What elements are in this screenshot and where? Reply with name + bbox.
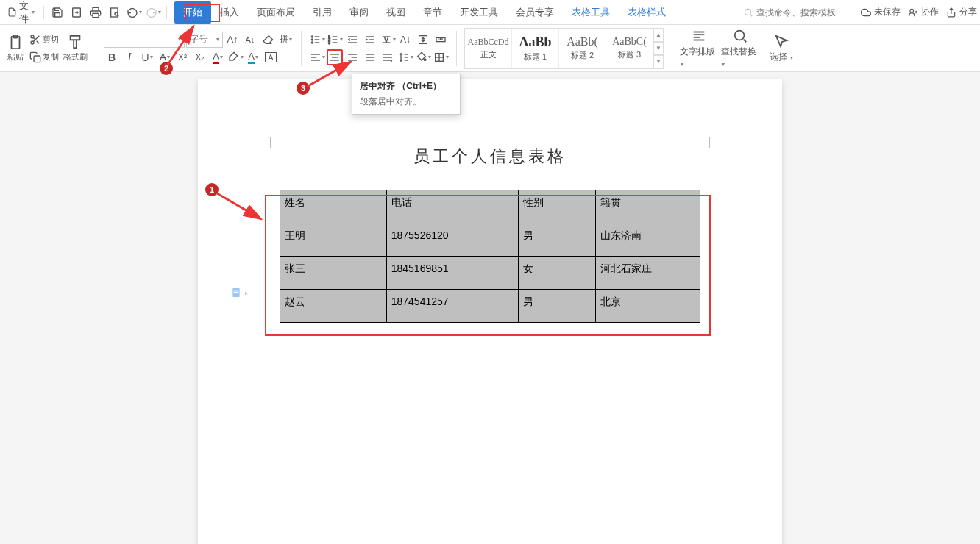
underline-button[interactable]: U▾ <box>139 49 155 65</box>
increase-indent-button[interactable] <box>362 32 378 48</box>
table-cell[interactable]: 男 <box>519 223 596 257</box>
select-button[interactable]: 选择 ▾ <box>762 33 800 63</box>
search-input[interactable] <box>756 7 845 18</box>
tab-table-style[interactable]: 表格样式 <box>619 1 675 24</box>
decrease-font-icon: A↓ <box>246 35 255 44</box>
tab-view[interactable]: 视图 <box>377 1 414 24</box>
line-space-select[interactable]: ▾ <box>397 49 413 65</box>
line-space-icon <box>398 51 410 63</box>
asian-layout-button[interactable]: ▾ <box>380 32 396 48</box>
cut-button[interactable]: 剪切 <box>29 32 59 48</box>
table-cell[interactable]: 王明 <box>280 223 387 257</box>
char-border-button[interactable]: A <box>263 49 279 65</box>
tab-table-tools[interactable]: 表格工具 <box>563 1 619 24</box>
redo-button[interactable]: ▾ <box>144 4 162 21</box>
print-preview-button[interactable] <box>68 4 85 21</box>
align-center-button[interactable] <box>327 49 343 65</box>
table-cell[interactable]: 1875526120 <box>386 223 519 257</box>
tab-references[interactable]: 引用 <box>304 1 341 24</box>
italic-icon: I <box>128 51 132 63</box>
decrease-indent-button[interactable] <box>344 32 361 48</box>
unsaved-indicator[interactable]: 未保存 <box>861 6 901 18</box>
tab-page-layout[interactable]: 页面布局 <box>248 1 304 24</box>
format-painter-button[interactable]: 格式刷 <box>62 34 88 62</box>
save-button[interactable] <box>49 4 66 21</box>
coop-button[interactable]: 协作 <box>908 6 939 18</box>
tab-review[interactable]: 审阅 <box>341 1 377 24</box>
align-right-button[interactable] <box>344 49 361 65</box>
increase-font-button[interactable]: A↑ <box>224 32 241 48</box>
superscript-button[interactable]: X² <box>174 49 191 65</box>
table-cell[interactable]: 北京 <box>596 290 700 323</box>
font-size-select[interactable]: 字号 ▾ <box>186 32 223 48</box>
highlight-button[interactable]: ▾ <box>227 49 244 65</box>
table-cell[interactable]: 男 <box>519 290 596 323</box>
table-cell[interactable]: 赵云 <box>280 290 387 323</box>
shading-button[interactable]: ▾ <box>415 49 431 65</box>
preview-button[interactable] <box>106 4 124 21</box>
font-name-select[interactable]: ▾ <box>104 32 185 48</box>
ruler-button[interactable] <box>433 32 449 48</box>
align-distribute-button[interactable] <box>380 49 396 65</box>
table-row[interactable]: 王明 1875526120 男 山东济南 <box>280 223 700 257</box>
borders-button[interactable]: ▾ <box>433 49 449 65</box>
tab-home[interactable]: 开始 <box>174 1 211 24</box>
bold-icon: B <box>108 51 116 63</box>
style-heading-3[interactable]: AaBbC(标题 3 <box>606 29 653 68</box>
paste-label: 粘贴 <box>7 51 24 62</box>
header-cell[interactable]: 籍贯 <box>596 190 700 223</box>
table-row[interactable]: 赵云 1874541257 男 北京 <box>280 290 700 323</box>
table-cell[interactable]: 河北石家庄 <box>596 257 700 290</box>
svg-rect-10 <box>34 56 40 62</box>
employee-table[interactable]: 姓名 电话 性别 籍贯 王明 1875526120 男 山东济南 张三 1845… <box>280 190 700 323</box>
copy-button[interactable]: 复制 <box>29 49 59 65</box>
subscript-button[interactable]: X₂ <box>192 49 208 65</box>
tab-sections[interactable]: 章节 <box>414 1 451 24</box>
table-header-row[interactable]: 姓名 电话 性别 籍贯 <box>280 190 700 223</box>
file-menu[interactable]: 文件 ▾ <box>3 0 39 29</box>
text-direction-button[interactable]: A↓ <box>397 32 413 48</box>
style-heading-2[interactable]: AaBb(标题 2 <box>559 29 606 68</box>
strikethrough-button[interactable]: A̶▾ <box>157 49 173 65</box>
style-heading-1[interactable]: AaBb标题 1 <box>512 29 559 68</box>
paste-button[interactable]: 粘贴 <box>4 34 26 62</box>
header-cell[interactable]: 性别 <box>519 190 596 223</box>
style-normal[interactable]: AaBbCcDd正文 <box>465 29 512 68</box>
gallery-up[interactable]: ▲ <box>653 29 664 42</box>
align-left-button[interactable]: ▾ <box>309 49 325 65</box>
undo-button[interactable]: ▾ <box>125 4 143 21</box>
table-cell[interactable]: 张三 <box>280 257 387 290</box>
outline-panel-toggle[interactable]: ▸ <box>230 287 248 298</box>
table-cell[interactable]: 山东济南 <box>596 223 700 257</box>
clear-format-button[interactable] <box>260 32 276 48</box>
tab-member[interactable]: 会员专享 <box>507 1 563 24</box>
line-spacing-button[interactable] <box>415 32 431 48</box>
phonetic-button[interactable]: 拼▾ <box>277 32 294 48</box>
command-search[interactable] <box>743 7 853 18</box>
ruler-icon <box>435 34 447 46</box>
table-row[interactable]: 张三 1845169851 女 河北石家庄 <box>280 257 700 290</box>
text-layout-button[interactable]: 文字排版 ▾ <box>680 28 718 68</box>
font-color-button[interactable]: A▾ <box>210 49 226 65</box>
table-cell[interactable]: 女 <box>519 257 596 290</box>
separator <box>96 31 96 66</box>
italic-button[interactable]: I <box>121 49 138 65</box>
header-cell[interactable]: 姓名 <box>280 190 387 223</box>
table-cell[interactable]: 1874541257 <box>386 290 519 323</box>
gallery-more[interactable]: ▾ <box>653 55 664 68</box>
chevron-icon: ▸ <box>245 290 248 296</box>
align-justify-button[interactable] <box>362 49 378 65</box>
header-cell[interactable]: 电话 <box>386 190 519 223</box>
bold-button[interactable]: B <box>104 49 120 65</box>
bullets-button[interactable]: ▾ <box>309 32 325 48</box>
find-replace-button[interactable]: 查找替换 ▾ <box>721 28 759 68</box>
tab-insert[interactable]: 插入 <box>211 1 248 24</box>
share-button[interactable]: 分享 <box>946 6 977 18</box>
numbering-button[interactable]: 123▾ <box>327 32 343 48</box>
gallery-down[interactable]: ▼ <box>653 42 664 55</box>
table-cell[interactable]: 1845169851 <box>386 257 519 290</box>
text-effect-button[interactable]: A▾ <box>245 49 261 65</box>
decrease-font-button[interactable]: A↓ <box>242 32 258 48</box>
tab-developer[interactable]: 开发工具 <box>451 1 507 24</box>
print-button[interactable] <box>87 4 104 21</box>
